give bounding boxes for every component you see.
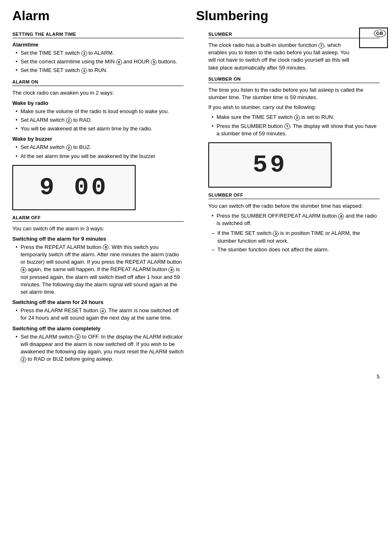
wake-radio-bullet-2: Set ALARM switch 2 to RAD.	[16, 116, 184, 124]
circle-6: 6	[116, 59, 122, 65]
slumber-on-bullet-1: Make sure the TIME SET switch 3 is set t…	[212, 114, 380, 121]
right-column: SLUMBER GB The clock radio has a built-i…	[202, 27, 380, 365]
circle-3c: 3	[294, 115, 300, 121]
circle-2c: 2	[75, 334, 81, 340]
wake-radio-bullet-1: Make sure the volume of the radio is lou…	[16, 108, 184, 115]
wake-buzzer-bullet-2: At the set alarm time you will be awaken…	[16, 153, 184, 160]
switch24-item: Press the ALARM RESET button 4. The alar…	[16, 307, 184, 322]
slumber-display-value: 59	[253, 151, 287, 179]
page-title-right: Slumbering	[196, 8, 380, 23]
slumber-off-intro: You can switch off the radio before the …	[208, 202, 380, 210]
switch9-item: Press the REPEAT ALARM button 8. With th…	[16, 244, 184, 296]
section-setting-alarm-header: SETTING THE ALARM TIME	[12, 32, 184, 38]
slumber-on-bullet-2: Press the SLUMBER button 7. The display …	[212, 123, 380, 137]
alarm-off-header: ALARM OFF	[12, 215, 184, 222]
slumber-dash-2: The slumber function does not affect the…	[212, 246, 380, 253]
alarm-off-intro: You can switch off the alarm in 3 ways:	[12, 225, 184, 232]
slumber-off-bullet-1: Press the SLUMBER OFF/REPEAT ALARM butto…	[212, 212, 380, 227]
slumber-off-dashes: If the TIME SET switch 3 is in position …	[208, 230, 380, 253]
slumber-on-bullets: Make sure the TIME SET switch 3 is set t…	[208, 114, 380, 137]
wake-buzzer-title: Wake by buzzer	[12, 136, 184, 142]
circle-2a: 2	[66, 118, 72, 123]
circle-3d: 3	[273, 231, 279, 237]
switch9-title: Switching off the alarm for 9 minutes	[12, 236, 184, 242]
alarmtime-bullet-3: Set the TIME SET switch 3 to RUN.	[16, 67, 184, 74]
switch-complete-item: Set the ALARM switch 2 to OFF. In the di…	[16, 333, 184, 363]
gb-badge: GB	[374, 30, 386, 37]
slumber-on-para1: The time you listen to the radio before …	[208, 86, 380, 101]
wake-buzzer-bullets: Set ALARM switch 2 to BUZ. At the set al…	[12, 144, 184, 160]
circle-2b: 2	[66, 145, 72, 151]
circle-8b: 8	[21, 267, 26, 273]
slumber-header-text: SLUMBER	[208, 32, 232, 37]
slumber-off-header: SLUMBER OFF	[208, 193, 380, 199]
switch-complete-title: Switching off the alarm completely	[12, 325, 184, 332]
circle-7a: 7	[318, 43, 324, 49]
switch24-list: Press the ALARM RESET button 4. The alar…	[12, 307, 184, 322]
circle-8c: 8	[168, 267, 174, 273]
circle-4: 4	[100, 308, 106, 314]
left-column: SETTING THE ALARM TIME Alarmtime Set the…	[12, 27, 190, 365]
alarm-display-box: 9 00	[12, 165, 136, 210]
circle-5: 5	[151, 59, 157, 65]
alarmtime-title: Alarmtime	[12, 42, 184, 48]
circle-8d: 8	[338, 214, 344, 219]
page-container: Alarm Slumbering SETTING THE ALARM TIME …	[12, 8, 380, 380]
circle-7b: 7	[284, 123, 290, 129]
alarmtime-bullet-1: Set the TIME SET switch 3 to ALARM.	[16, 49, 184, 57]
slumber-on-para2: If you wish to slumber, carry out the fo…	[208, 104, 380, 111]
title-right: Slumbering	[196, 8, 380, 27]
wake-radio-title: Wake by radio	[12, 100, 184, 106]
wake-radio-bullets: Make sure the volume of the radio is lou…	[12, 108, 184, 133]
circle-3b: 3	[81, 68, 87, 74]
circle-3: 3	[81, 51, 87, 56]
title-row: Alarm Slumbering	[12, 8, 380, 27]
alarmtime-bullets: Set the TIME SET switch 3 to ALARM. Set …	[12, 49, 184, 74]
alarm-on-header: ALARM ON	[12, 79, 184, 86]
switch24-title: Switching off the alarm for 24 hours	[12, 299, 184, 305]
columns: SETTING THE ALARM TIME Alarmtime Set the…	[12, 27, 380, 365]
page-title-left: Alarm	[12, 8, 196, 23]
slumber-on-header: SLUMBER ON	[208, 77, 380, 83]
circle-2d: 2	[21, 357, 26, 362]
circle-8a: 8	[103, 244, 108, 250]
title-left: Alarm	[12, 8, 196, 27]
switch-complete-list: Set the ALARM switch 2 to OFF. In the di…	[12, 333, 184, 363]
slumber-off-bullets: Press the SLUMBER OFF/REPEAT ALARM butto…	[208, 212, 380, 227]
alarmtime-bullet-2: Set the correct alarmtime using the MIN …	[16, 58, 184, 65]
wake-radio-bullet-3: You will be awakened at the set alarm ti…	[16, 125, 184, 132]
page-number: 5	[12, 374, 380, 380]
alarm-display-value: 9 00	[39, 174, 108, 202]
wake-buzzer-bullet-1: Set ALARM switch 2 to BUZ.	[16, 144, 184, 151]
slumber-display-box: 59	[208, 142, 332, 188]
alarm-on-intro: The clock radio can awaken you in 2 ways…	[12, 89, 184, 97]
slumber-header: SLUMBER GB	[208, 32, 380, 38]
slumber-dash-1: If the TIME SET switch 3 is in position …	[212, 230, 380, 244]
slumber-intro: The clock radio has a built-in slumber f…	[208, 42, 355, 72]
switch9-list: Press the REPEAT ALARM button 8. With th…	[12, 244, 184, 296]
